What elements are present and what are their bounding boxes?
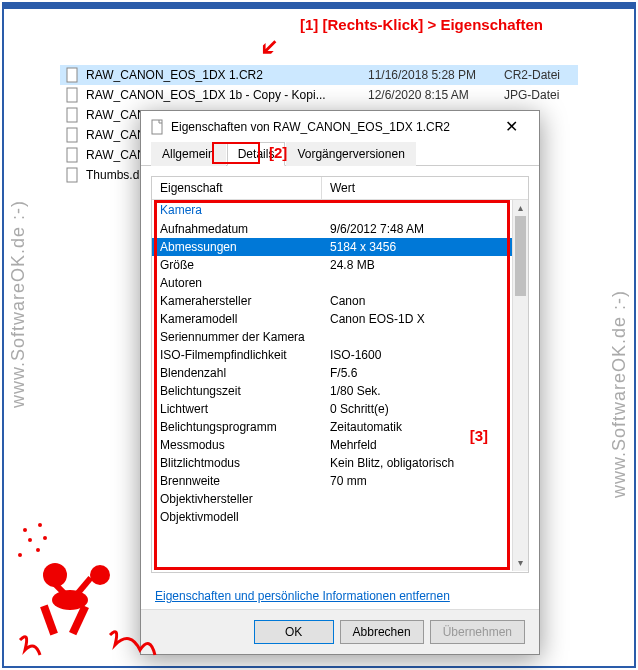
apply-button[interactable]: Übernehmen xyxy=(430,620,525,644)
file-type: JPG-Datei xyxy=(504,88,574,102)
file-icon xyxy=(64,67,80,83)
property-row[interactable]: Autoren xyxy=(152,274,528,292)
svg-point-16 xyxy=(23,528,27,532)
svg-rect-2 xyxy=(67,108,77,122)
scroll-down-icon[interactable]: ▾ xyxy=(513,555,528,571)
cancel-button[interactable]: Abbrechen xyxy=(340,620,424,644)
annotation-1: [1] [Rechts-Klick] > Eigenschaften xyxy=(300,16,543,33)
property-row[interactable]: BlitzlichtmodusKein Blitz, obligatorisch xyxy=(152,454,528,472)
dialog-titlebar: Eigenschaften von RAW_CANON_EOS_1DX 1.CR… xyxy=(141,111,539,142)
property-name: Seriennummer der Kamera xyxy=(152,330,322,344)
svg-point-17 xyxy=(36,548,40,552)
property-row[interactable]: KameramodellCanon EOS-1D X xyxy=(152,310,528,328)
details-panel: Eigenschaft Wert KameraAufnahmedatum9/6/… xyxy=(151,176,529,573)
svg-rect-0 xyxy=(67,68,77,82)
file-icon xyxy=(64,167,80,183)
property-name: Kameramodell xyxy=(152,312,322,326)
file-row[interactable]: RAW_CANON_EOS_1DX 1.CR2 11/16/2018 5:28 … xyxy=(60,65,578,85)
property-value: Kein Blitz, obligatorisch xyxy=(322,456,528,470)
details-header: Eigenschaft Wert xyxy=(152,177,528,200)
property-name: Belichtungszeit xyxy=(152,384,322,398)
property-row[interactable]: Objektivhersteller xyxy=(152,490,528,508)
property-row[interactable]: ISO-FilmempfindlichkeitISO-1600 xyxy=(152,346,528,364)
property-name: Objektivhersteller xyxy=(152,492,322,506)
property-row[interactable]: KameraherstellerCanon xyxy=(152,292,528,310)
remove-properties-link[interactable]: Eigenschaften und persönliche Informatio… xyxy=(141,583,539,609)
watermark-left: www.SoftwareOK.de :-) xyxy=(8,200,29,408)
property-name: Aufnahmedatum xyxy=(152,222,322,236)
ok-button[interactable]: OK xyxy=(254,620,334,644)
property-value: Mehrfeld xyxy=(322,438,528,452)
svg-rect-9 xyxy=(40,605,58,636)
property-row[interactable]: Brennweite70 mm xyxy=(152,472,528,490)
file-date: 11/16/2018 5:28 PM xyxy=(368,68,498,82)
file-name: RAW_CANON_EOS_1DX 1.CR2 xyxy=(86,68,362,82)
property-name: Messmodus xyxy=(152,438,322,452)
file-icon xyxy=(64,147,80,163)
property-value: 1/80 Sek. xyxy=(322,384,528,398)
scroll-up-icon[interactable]: ▴ xyxy=(513,200,528,216)
svg-rect-3 xyxy=(67,128,77,142)
tabs: Allgemein Details Vorgängerversionen [2] xyxy=(141,142,539,166)
property-value: 5184 x 3456 xyxy=(322,240,528,254)
scrollbar-thumb[interactable] xyxy=(515,216,526,296)
property-name: Blendenzahl xyxy=(152,366,322,380)
property-row[interactable]: Größe24.8 MB xyxy=(152,256,528,274)
close-button[interactable]: ✕ xyxy=(491,117,531,136)
file-icon xyxy=(149,119,165,135)
arrow-icon: ➔ xyxy=(253,31,287,65)
svg-rect-1 xyxy=(67,88,77,102)
property-value: 9/6/2012 7:48 AM xyxy=(322,222,528,236)
watermark-right: www.SoftwareOK.de :-) xyxy=(609,290,630,498)
property-row[interactable]: Abmessungen5184 x 3456 xyxy=(152,238,528,256)
property-value xyxy=(322,276,528,290)
property-name: Kamerahersteller xyxy=(152,294,322,308)
tab-general[interactable]: Allgemein xyxy=(151,142,226,166)
property-row[interactable]: BlendenzahlF/5.6 xyxy=(152,364,528,382)
file-type: CR2-Datei xyxy=(504,68,574,82)
tab-versions[interactable]: Vorgängerversionen xyxy=(286,142,415,166)
property-value: F/5.6 xyxy=(322,366,528,380)
header-value: Wert xyxy=(322,177,528,199)
property-name: Größe xyxy=(152,258,322,272)
property-value: 24.8 MB xyxy=(322,258,528,272)
svg-point-18 xyxy=(18,553,22,557)
property-value xyxy=(322,492,528,506)
details-body[interactable]: KameraAufnahmedatum9/6/2012 7:48 AMAbmes… xyxy=(152,200,528,571)
file-icon xyxy=(64,127,80,143)
property-row[interactable]: Seriennummer der Kamera xyxy=(152,328,528,346)
property-row[interactable]: Aufnahmedatum9/6/2012 7:48 AM xyxy=(152,220,528,238)
property-value xyxy=(322,510,528,524)
property-value: ISO-1600 xyxy=(322,348,528,362)
property-value: Canon EOS-1D X xyxy=(322,312,528,326)
property-name: Belichtungsprogramm xyxy=(152,420,322,434)
property-value: 70 mm xyxy=(322,474,528,488)
property-value: Canon xyxy=(322,294,528,308)
dialog-buttons: OK Abbrechen Übernehmen xyxy=(141,609,539,654)
svg-point-19 xyxy=(43,536,47,540)
annotation-3: [3] xyxy=(470,427,488,444)
property-value xyxy=(322,330,528,344)
svg-rect-4 xyxy=(67,148,77,162)
dialog-title: Eigenschaften von RAW_CANON_EOS_1DX 1.CR… xyxy=(171,120,485,134)
property-value: 0 Schritt(e) xyxy=(322,402,528,416)
svg-rect-5 xyxy=(67,168,77,182)
properties-dialog: Eigenschaften von RAW_CANON_EOS_1DX 1.CR… xyxy=(140,110,540,655)
file-row[interactable]: RAW_CANON_EOS_1DX 1b - Copy - Kopi... 12… xyxy=(60,85,578,105)
property-row[interactable]: Lichtwert0 Schritt(e) xyxy=(152,400,528,418)
header-property: Eigenschaft xyxy=(152,177,322,199)
annotation-2: [2] xyxy=(269,144,287,161)
property-row[interactable]: Objektivmodell xyxy=(152,508,528,526)
svg-point-13 xyxy=(90,565,110,585)
section-title: Kamera xyxy=(152,200,528,220)
property-row[interactable]: Belichtungszeit1/80 Sek. xyxy=(152,382,528,400)
svg-point-15 xyxy=(38,523,42,527)
file-icon xyxy=(64,107,80,123)
property-name: Autoren xyxy=(152,276,322,290)
property-value: Zeitautomatik xyxy=(322,420,528,434)
property-name: Abmessungen xyxy=(152,240,322,254)
scrollbar[interactable]: ▴ ▾ xyxy=(512,200,528,571)
property-name: Brennweite xyxy=(152,474,322,488)
file-date: 12/6/2020 8:15 AM xyxy=(368,88,498,102)
property-name: Blitzlichtmodus xyxy=(152,456,322,470)
